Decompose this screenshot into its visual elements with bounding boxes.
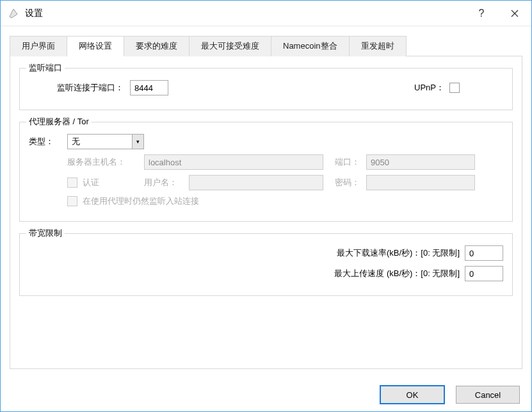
proxy-user-label: 用户名：	[144, 177, 189, 188]
proxy-port-input	[366, 154, 475, 170]
proxy-auth-checkbox: 认证	[67, 177, 144, 188]
chevron-down-icon: ▾	[132, 135, 143, 149]
tab-difficulty[interactable]: 要求的难度	[124, 36, 189, 56]
proxy-group: 代理服务器 / Tor 类型： 无 ▾ 服务器主机名： 端口：	[19, 122, 513, 222]
proxy-host-input	[144, 154, 323, 170]
dialog-body: 用户界面 网络设置 要求的难度 最大可接受难度 Namecoin整合 重发超时 …	[1, 26, 531, 378]
tab-resend[interactable]: 重发超时	[350, 36, 407, 56]
proxy-type-label: 类型：	[29, 136, 67, 147]
titlebar: 设置 ?	[1, 1, 531, 26]
upload-limit-label: 最大上传速度 (kB/秒)：[0: 无限制]	[334, 268, 460, 279]
proxy-type-value: 无	[72, 136, 80, 147]
app-icon	[7, 7, 20, 20]
listen-port-group: 监听端口 监听连接于端口： UPnP：	[19, 68, 513, 110]
upnp-label: UPnP：	[414, 82, 444, 94]
proxy-legend: 代理服务器 / Tor	[26, 116, 92, 128]
proxy-incoming-label: 在使用代理时仍然监听入站连接	[83, 195, 199, 207]
close-button[interactable]	[498, 1, 531, 26]
upload-limit-input[interactable]	[465, 266, 503, 281]
cancel-button[interactable]: Cancel	[456, 386, 520, 404]
tab-network[interactable]: 网络设置	[67, 36, 124, 56]
dialog-footer: OK Cancel	[1, 378, 531, 411]
tab-bar: 用户界面 网络设置 要求的难度 最大可接受难度 Namecoin整合 重发超时	[10, 35, 522, 56]
bandwidth-group: 带宽限制 最大下载速率(kB/秒)：[0: 无限制] 最大上传速度 (kB/秒)…	[19, 233, 513, 296]
proxy-incoming-checkbox: 在使用代理时仍然监听入站连接	[67, 195, 199, 207]
download-limit-input[interactable]	[465, 245, 503, 261]
tab-ui[interactable]: 用户界面	[10, 36, 67, 56]
listen-port-legend: 监听端口	[26, 62, 65, 74]
tab-pane-network: 监听端口 监听连接于端口： UPnP： 代理服务器 / Tor 类型：	[10, 56, 522, 369]
proxy-type-select[interactable]: 无 ▾	[67, 134, 144, 149]
help-button[interactable]: ?	[465, 1, 498, 26]
proxy-auth-label: 认证	[83, 177, 99, 188]
proxy-user-input	[189, 175, 323, 190]
listen-port-label: 监听连接于端口：	[57, 82, 124, 94]
settings-window: 设置 ? 用户界面 网络设置 要求的难度 最大可接受难度 Namecoin整合 …	[0, 0, 532, 412]
download-limit-label: 最大下载速率(kB/秒)：[0: 无限制]	[337, 247, 460, 259]
upnp-checkbox[interactable]	[449, 83, 465, 93]
window-title: 设置	[25, 8, 465, 19]
bandwidth-legend: 带宽限制	[26, 227, 65, 239]
proxy-pass-input	[366, 175, 475, 190]
tab-max-difficulty[interactable]: 最大可接受难度	[189, 36, 271, 56]
tab-namecoin[interactable]: Namecoin整合	[271, 36, 350, 56]
listen-port-input[interactable]	[130, 80, 168, 95]
proxy-port-label: 端口：	[335, 156, 360, 168]
proxy-host-label: 服务器主机名：	[67, 156, 144, 168]
ok-button[interactable]: OK	[380, 386, 444, 404]
proxy-pass-label: 密码：	[335, 177, 360, 188]
